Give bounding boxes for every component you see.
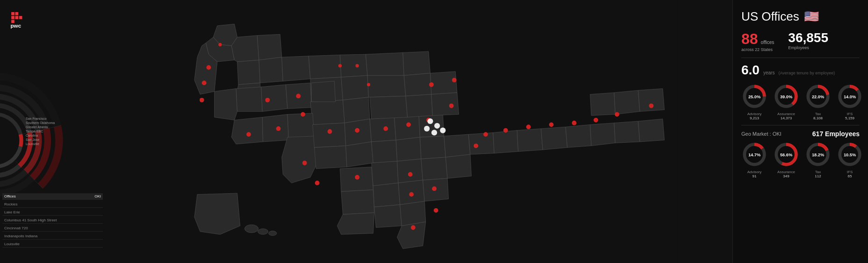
bottom-item-1[interactable]: Lake Erie [2, 209, 103, 216]
divider-1 [741, 58, 860, 58]
donut-label: IFS [847, 112, 853, 116]
donut-value: 112 [815, 174, 821, 178]
donut-label: IFS [847, 170, 853, 174]
office-dot-in [406, 122, 411, 127]
svg-rect-2 [19, 16, 22, 19]
donut-value: 5,159 [845, 116, 854, 120]
arc-label-1: Southern Oklahoma [26, 121, 55, 124]
state-nc [397, 159, 423, 183]
office-dot-oki2 [434, 123, 440, 129]
national-stats-row: 88 offices across 22 States 36,855 Emplo… [741, 31, 860, 52]
bottom-label-5: Louisville [4, 242, 20, 246]
state-nh [614, 121, 640, 143]
donut-item: 14.0%IFS5,159 [837, 84, 863, 120]
office-dot-fl1 [434, 208, 438, 213]
state-ut [236, 87, 262, 112]
donut-value: 65 [848, 174, 852, 178]
donut-item: 18.2%Tax112 [805, 142, 831, 178]
office-dot-al [409, 192, 414, 197]
office-dot-co2 [301, 112, 305, 117]
bottom-item-3[interactable]: Cincinnati 720 [2, 225, 103, 232]
donut-item: 39.0%Assurance14,373 [773, 84, 799, 120]
svg-rect-0 [11, 16, 14, 19]
panel-title-text: US Offices [741, 9, 799, 24]
svg-rect-3 [11, 12, 14, 15]
state-hi3 [269, 231, 277, 236]
bottom-item-2[interactable]: Columbus 41 South High Street [2, 217, 103, 224]
arc-label-0: San Francisco [26, 117, 55, 120]
office-dot-oki3 [431, 130, 437, 135]
office-dot-pa2 [503, 128, 508, 133]
donut-label: Assurance [777, 170, 795, 174]
arc-labels: San Francisco Southern Oklahoma Greater … [26, 117, 55, 146]
arc-label-4: Carolina [26, 134, 55, 137]
office-dot-ca2 [200, 98, 204, 102]
donut-percent: 10.5% [844, 153, 856, 157]
office-dot-az [246, 132, 251, 137]
tenure-row: 6.0 years (Average tenure by employee) [741, 63, 860, 78]
donut-percent: 25.0% [748, 95, 760, 99]
office-dot-oh2 [449, 103, 454, 108]
donut-label: Advisory [747, 170, 762, 174]
state-oh2 [431, 93, 459, 116]
bottom-item-5[interactable]: Louisville [2, 241, 103, 248]
state-oh [419, 114, 444, 137]
right-panel: US Offices 🇺🇸 88 offices across 22 State… [732, 0, 868, 263]
divider-2 [741, 125, 860, 125]
office-dot-tx2 [315, 181, 320, 185]
state-mo2 [346, 142, 373, 167]
bottom-label-2: Columbus 41 South High Street [4, 218, 57, 222]
donut-label: Tax [815, 112, 821, 116]
state-ky [372, 140, 397, 163]
oki-label: OKI [94, 194, 101, 198]
donut-percent: 14.0% [844, 95, 856, 99]
donut-value: 349 [783, 174, 789, 178]
svg-text:pwc: pwc [11, 22, 22, 29]
office-dot-ar [355, 175, 359, 180]
donut-value: 8,108 [813, 116, 823, 120]
state-in [395, 116, 420, 140]
state-id [231, 36, 259, 62]
office-dot-me [649, 103, 653, 108]
geo-market-name: Geo Market : OKI [741, 131, 782, 137]
state-mn [340, 54, 367, 77]
office-dot-ny1 [526, 124, 531, 129]
office-dot-mn2 [367, 83, 370, 86]
office-dot-ga [432, 186, 437, 191]
state-mn2 [366, 52, 404, 75]
donut-label: Assurance [777, 112, 795, 116]
state-mi3 [430, 72, 457, 95]
state-ak [194, 193, 240, 234]
bottom-item-4[interactable]: Indianapolis Indiana [2, 233, 103, 240]
office-dot-ma [594, 118, 598, 123]
geo-donuts-row: 14.7%Advisory9156.6%Assurance34918.2%Tax… [741, 142, 860, 178]
state-tn [372, 161, 398, 186]
state-me2 [638, 88, 664, 111]
employees-label: Employees [788, 45, 828, 50]
state-ia [343, 97, 370, 123]
state-mt [257, 34, 282, 60]
office-dot-nd [338, 64, 342, 67]
donut-item: 25.0%Advisory9,213 [741, 84, 768, 120]
pwc-logo: pwc [9, 9, 33, 30]
state-il2 [406, 95, 432, 117]
us-map-svg [108, 0, 732, 263]
state-ok [314, 146, 347, 169]
donut-value: 9,213 [750, 116, 759, 120]
office-dot-nh [615, 112, 619, 117]
offices-bar-row[interactable]: Offices OKI [2, 193, 103, 200]
state-sc [421, 157, 447, 180]
svg-rect-4 [15, 12, 19, 15]
state-nv [237, 60, 260, 85]
geo-market-header: Geo Market : OKI 617 Employees [741, 130, 860, 138]
donut-label: Advisory [747, 112, 762, 116]
state-wy [282, 56, 310, 81]
state-de [468, 132, 494, 154]
bottom-label-3: Cincinnati 720 [4, 226, 28, 230]
state-va [420, 136, 446, 159]
pwc-logo-icon: pwc [9, 9, 33, 30]
bottom-item-0[interactable]: Rockies [2, 201, 103, 208]
state-ma [590, 123, 616, 146]
state-mi [403, 51, 430, 75]
state-ny [541, 127, 567, 150]
